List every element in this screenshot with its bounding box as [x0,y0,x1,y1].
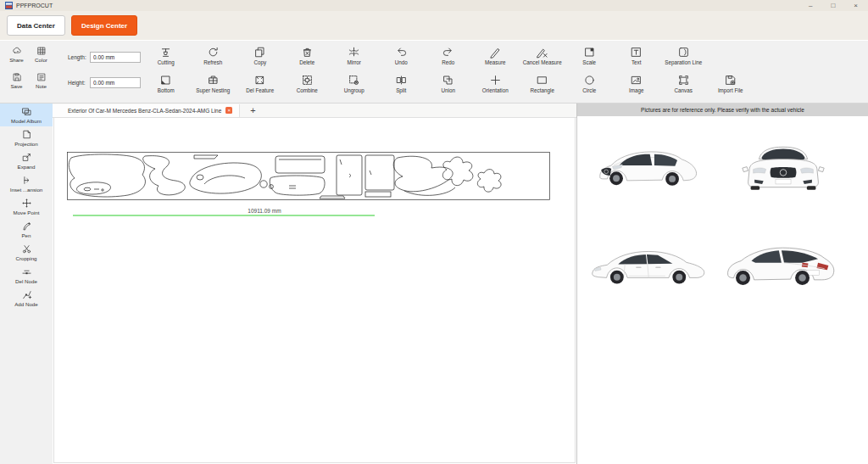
close-button[interactable]: × [854,0,858,11]
sidebar-item-inset-expansion[interactable]: Inset ...ansion [0,172,53,195]
model-album-icon [21,106,32,117]
scale-icon [583,46,596,59]
sidebar-item-projection[interactable]: Projection [0,126,53,149]
car-photo-rear-three-quarter [719,231,849,297]
tool-measure[interactable]: Measure [472,46,520,65]
tool-redo[interactable]: Redo [425,46,472,65]
import-file-icon [724,74,737,87]
copy-icon [253,46,266,59]
save-icon [12,72,22,82]
height-label: Height: [68,80,90,86]
sidebar-item-model-album[interactable]: Model Album [0,103,53,126]
note-icon [36,72,47,82]
union-icon [442,74,454,87]
circle-icon [583,74,596,87]
car-photo-front [732,143,835,197]
measure-value: 10911.09 mm [188,208,341,214]
document-tab-title: Exterior Of Car-M Mercedes Benz-CLA-Seda… [68,108,221,114]
redo-icon [442,46,454,59]
tool-separation-line[interactable]: Separation Line [660,46,708,65]
tool-del-feature[interactable]: Del Feature [236,74,284,93]
quick-color[interactable]: Color [29,46,53,72]
tool-rectangle[interactable]: Rectangle [519,74,566,93]
tool-copy[interactable]: Copy [236,46,284,65]
drawing-canvas[interactable]: 10911.09 mm [53,117,576,463]
tool-mirror[interactable]: Mirror [331,46,378,65]
tool-undo[interactable]: Undo [378,46,426,65]
tool-cutting[interactable]: Cutting [142,46,190,65]
nav-tab-data-center[interactable]: Data Center [7,15,65,36]
tool-delete[interactable]: Delete [284,46,331,65]
cutting-icon [159,46,172,59]
main-nav: Data Center Design Center [0,11,868,40]
new-tab-button[interactable]: + [250,105,255,115]
orientation-icon [489,74,502,87]
canvas-icon [677,74,690,87]
refresh-icon [207,46,220,59]
combine-icon [301,74,314,87]
tool-circle[interactable]: Circle [566,74,614,93]
tool-split[interactable]: Split [378,74,426,93]
nav-tab-design-center[interactable]: Design Center [71,15,137,36]
tool-text[interactable]: Text [613,46,660,65]
tool-refresh[interactable]: Refresh [190,46,237,65]
tool-canvas[interactable]: Canvas [660,74,708,93]
rectangle-icon [536,74,548,87]
maximize-button[interactable]: □ [831,0,835,11]
sidebar-item-add-node[interactable]: Add Node [0,287,53,310]
super-nesting-icon [207,74,220,87]
color-icon [36,46,47,56]
window-controls: – □ × [809,0,863,11]
tool-bottom[interactable]: Bottom [142,74,190,93]
app-title: PPFPROCUT [16,3,53,8]
tool-combine[interactable]: Combine [284,74,331,93]
minimize-button[interactable]: – [809,0,812,11]
move-point-icon [21,198,32,209]
size-fields: Length: Height: [68,52,141,103]
undo-icon [395,46,408,59]
tool-super-nesting[interactable]: Super Nesting [190,74,237,93]
del-node-icon [21,266,32,277]
quick-share[interactable]: Share [4,46,29,72]
toolbar: Share Color Save Note Length: Height: Cu… [0,41,868,103]
measure-line [73,215,375,216]
tool-cancel-measure[interactable]: Cancel Measure [519,46,566,65]
length-label: Length: [68,54,90,60]
nesting-pattern-drawing [67,152,550,200]
sidebar-item-pen[interactable]: Pen [0,218,53,241]
sidebar-item-cropping[interactable]: Cropping [0,241,53,264]
image-icon [630,74,643,87]
split-icon [395,74,408,87]
separation-line-icon [677,46,690,59]
length-input[interactable] [90,52,141,63]
document-tab[interactable]: Exterior Of Car-M Mercedes Benz-CLA-Seda… [53,104,240,117]
sidebar-item-del-node[interactable]: Del Node [0,264,53,287]
left-sidebar: Model Album Projection Expand Inset ...a… [0,103,53,464]
projection-icon [21,129,32,140]
tool-image[interactable]: Image [613,74,660,93]
design-canvas-region: Exterior Of Car-M Mercedes Benz-CLA-Seda… [53,103,577,464]
app-icon [5,2,13,9]
tab-close-icon[interactable]: × [225,107,232,114]
toolbar-row-2: Bottom Super Nesting Del Feature Combine… [142,74,754,93]
tool-import-file[interactable]: Import File [707,74,754,93]
tool-scale[interactable]: Scale [566,46,614,65]
title-bar: PPFPROCUT – □ × [0,0,868,11]
car-photo-front-three-quarter [593,143,705,197]
inset-expansion-icon [21,175,32,186]
tool-ungroup[interactable]: Ungroup [331,74,378,93]
car-photo-side [588,238,710,293]
sidebar-item-move-point[interactable]: Move Point [0,195,53,218]
height-input[interactable] [90,77,141,88]
bottom-icon [159,74,172,87]
delete-icon [301,46,314,59]
quick-note[interactable]: Note [29,72,53,98]
pen-icon [21,221,32,232]
quick-save[interactable]: Save [4,72,29,98]
tool-union[interactable]: Union [425,74,472,93]
share-icon [12,46,22,56]
ungroup-icon [348,74,360,87]
cancel-measure-icon [536,46,548,59]
tool-orientation[interactable]: Orientation [472,74,520,93]
sidebar-item-expand[interactable]: Expand [0,149,53,172]
